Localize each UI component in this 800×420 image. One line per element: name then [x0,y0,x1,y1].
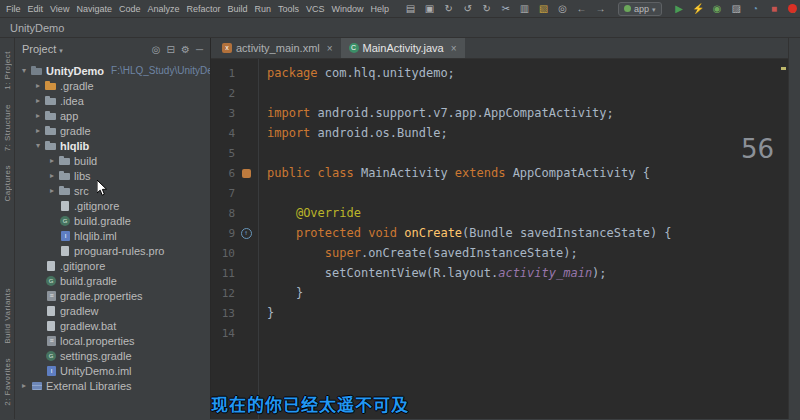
close-tab-icon[interactable]: × [451,43,457,54]
menu-build[interactable]: Build [227,4,247,14]
menu-tools[interactable]: Tools [278,4,299,14]
tree-item-gradle[interactable]: ▸gradle [15,123,210,138]
back-icon[interactable]: ← [575,3,588,15]
folder-icon [59,185,71,196]
tree-item-unitydemo[interactable]: ▾UnityDemoF:\HLQ_Study\UnityDemo [15,63,210,78]
class-gutter-icon[interactable] [242,169,251,178]
expand-arrow-icon[interactable]: ▸ [48,156,56,165]
tool-tab-1-project[interactable]: 1: Project [3,51,12,90]
collapse-all-icon[interactable]: ⊟ [167,44,175,55]
hide-panel-icon[interactable]: ─ [196,44,203,55]
editor-tab-mainactivity-java[interactable]: CMainActivity.java× [341,38,465,58]
menu-help[interactable]: Help [371,4,390,14]
file-icon [45,305,57,316]
tree-item-build-gradle[interactable]: build.gradle [15,213,210,228]
editor-area: xactivity_main.xml×CMainActivity.java× 1… [211,38,788,419]
run-icon[interactable]: ▶ [673,3,686,15]
tool-tab-2-favorites[interactable]: 2: Favorites [3,358,12,406]
open-icon[interactable]: ▤ [404,3,417,15]
tree-item-hlqlib[interactable]: ▾hlqlib [15,138,210,153]
expand-arrow-icon[interactable]: ▸ [48,171,56,180]
folder-icon [45,95,57,106]
tree-item-gradlew-bat[interactable]: gradlew.bat [15,318,210,333]
tree-item-gradle-properties[interactable]: gradle.properties [15,288,210,303]
menu-file[interactable]: File [6,4,21,14]
record-indicator-icon [788,4,797,13]
folder-icon [45,110,57,121]
redo-icon[interactable]: ↻ [480,3,493,15]
tree-item-idea[interactable]: ▸.idea [15,93,210,108]
sync-files-icon[interactable]: ↻ [442,3,455,15]
tree-item-src[interactable]: ▸src [15,183,210,198]
forward-icon[interactable]: → [594,3,607,15]
expand-arrow-icon[interactable]: ▸ [34,111,42,120]
code-line: 8 @Override [211,203,788,223]
tree-item-proguard-rules-pro[interactable]: proguard-rules.pro [15,243,210,258]
apply-changes-icon[interactable]: ⚡ [692,3,705,15]
tree-item-libs[interactable]: ▸libs [15,168,210,183]
menu-navigate[interactable]: Navigate [76,4,112,14]
tool-tab-7-structure[interactable]: 7: Structure [3,104,12,151]
expand-arrow-icon[interactable]: ▸ [20,381,28,390]
expand-arrow-icon[interactable]: ▸ [34,126,42,135]
copy-icon[interactable]: ▥ [518,3,531,15]
locate-file-icon[interactable]: ◎ [152,44,161,55]
profiler-icon[interactable]: ◔ [749,3,762,15]
settings-icon[interactable]: ⚙ [181,44,190,55]
menu-view[interactable]: View [50,4,69,14]
navigation-bar: UnityDemo [0,18,800,38]
menu-code[interactable]: Code [119,4,141,14]
debug-icon[interactable]: ◉ [711,3,724,15]
tree-item-unitydemo-iml[interactable]: UnityDemo.iml [15,363,210,378]
tool-tab-captures[interactable]: Captures [3,165,12,201]
menu-refactor[interactable]: Refactor [186,4,220,14]
menu-vcs[interactable]: VCS [306,4,325,14]
tree-item-gradlew[interactable]: gradlew [15,303,210,318]
override-method-icon[interactable]: ↑ [241,228,252,239]
run-config-dropdown[interactable]: app [618,2,662,16]
tree-item-external-libraries[interactable]: ▸External Libraries [15,378,210,393]
expand-arrow-icon[interactable]: ▾ [34,141,42,150]
expand-arrow-icon[interactable]: ▸ [48,186,56,195]
code-line: 14 [211,323,788,343]
tree-label: build [74,155,97,167]
save-all-icon[interactable]: ▣ [423,3,436,15]
paste-icon[interactable]: ▧ [537,3,550,15]
tree-item-hlqlib-iml[interactable]: hlqlib.iml [15,228,210,243]
left-tool-strip: 1: Project7: StructureCaptures Build Var… [0,38,15,419]
expand-arrow-icon[interactable]: ▸ [34,96,42,105]
tree-item-build-gradle[interactable]: build.gradle [15,273,210,288]
coverage-icon[interactable]: ▨ [730,3,743,15]
tree-item-settings-gradle[interactable]: settings.gradle [15,348,210,363]
editor-tab-activity-main-xml[interactable]: xactivity_main.xml× [214,38,341,58]
tree-item-build[interactable]: ▸build [15,153,210,168]
tree-item-gradle[interactable]: ▸.gradle [15,78,210,93]
close-tab-icon[interactable]: × [327,43,333,54]
expand-arrow-icon[interactable]: ▾ [20,66,28,75]
tree-item-app[interactable]: ▸app [15,108,210,123]
undo-icon[interactable]: ↺ [461,3,474,15]
menu-run[interactable]: Run [255,4,272,14]
editor-scrollbar[interactable] [778,59,788,419]
breadcrumb[interactable]: UnityDemo [10,22,64,34]
panel-title[interactable]: Project [22,43,56,55]
expand-arrow-icon[interactable]: ▸ [34,81,42,90]
stop-icon[interactable]: ■ [768,3,781,15]
android-device-icon [624,5,631,12]
gutter-separator [258,59,259,419]
chevron-down-icon [59,43,63,55]
tree-item-gitignore[interactable]: .gitignore [15,198,210,213]
tool-tab-build-variants[interactable]: Build Variants [3,288,12,344]
tree-item-gitignore[interactable]: .gitignore [15,258,210,273]
find-icon[interactable]: ◎ [556,3,569,15]
editor-tab-bar: xactivity_main.xml×CMainActivity.java× [211,38,788,59]
libs-icon [31,380,43,391]
menu-analyze[interactable]: Analyze [147,4,179,14]
folder-icon [45,125,57,136]
menu-edit[interactable]: Edit [28,4,44,14]
code-editor[interactable]: 1package com.hlq.unitydemo;23import andr… [211,59,788,419]
cut-icon[interactable]: ✂ [499,3,512,15]
code-text: package com.hlq.unitydemo; [267,66,455,80]
tree-item-local-properties[interactable]: local.properties [15,333,210,348]
menu-window[interactable]: Window [332,4,364,14]
